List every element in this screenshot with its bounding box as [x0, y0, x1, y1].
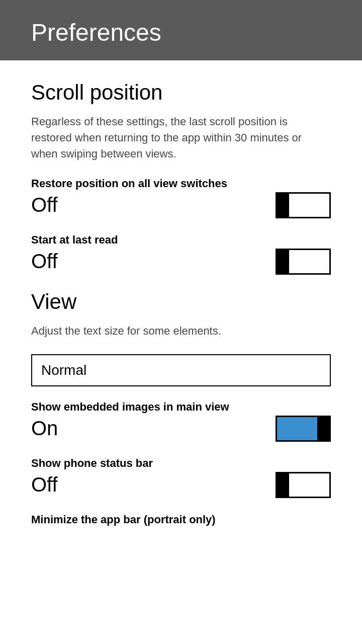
show-status-bar-row: Off	[31, 472, 331, 498]
start-at-last-read-toggle-thumb	[277, 250, 289, 273]
scroll-section-title: Scroll position	[31, 80, 331, 105]
scroll-section-desc: Regarless of these settings, the last sc…	[31, 114, 331, 162]
show-images-group: Show embedded images in main view On	[31, 400, 331, 442]
start-at-last-read-row: Off	[31, 249, 331, 275]
view-section-title: View	[31, 290, 331, 314]
show-status-bar-toggle[interactable]	[276, 472, 331, 498]
start-at-last-read-value: Off	[31, 250, 58, 273]
restore-position-row: Off	[31, 192, 331, 218]
minimize-app-bar-label: Minimize the app bar (portrait only)	[31, 513, 331, 526]
minimize-app-bar-group: Minimize the app bar (portrait only)	[31, 513, 331, 526]
restore-position-toggle[interactable]	[276, 192, 331, 218]
show-status-bar-value: Off	[31, 473, 58, 496]
restore-position-value: Off	[31, 194, 58, 216]
show-images-toggle-thumb	[317, 417, 329, 440]
view-section-desc: Adjust the text size for some elements.	[31, 323, 331, 339]
start-at-last-read-group: Start at last read Off	[31, 233, 331, 275]
text-size-value: Normal	[41, 362, 86, 378]
show-status-bar-label: Show phone status bar	[31, 457, 331, 470]
view-section: View Adjust the text size for some eleme…	[31, 290, 331, 526]
header: Preferences	[0, 0, 362, 60]
restore-position-toggle-track	[276, 192, 331, 218]
page-title: Preferences	[31, 20, 161, 46]
show-status-bar-toggle-thumb	[277, 473, 289, 497]
start-at-last-read-toggle[interactable]	[276, 249, 331, 275]
show-status-bar-toggle-track	[276, 472, 331, 498]
show-images-row: On	[31, 416, 331, 442]
restore-position-label: Restore position on all view switches	[31, 177, 331, 190]
show-status-bar-group: Show phone status bar Off	[31, 457, 331, 498]
show-images-toggle-track	[276, 416, 331, 442]
start-at-last-read-toggle-track	[276, 249, 331, 275]
scroll-position-section: Scroll position Regarless of these setti…	[31, 80, 331, 275]
text-size-dropdown[interactable]: Normal	[31, 354, 331, 386]
restore-position-group: Restore position on all view switches Of…	[31, 177, 331, 218]
show-images-label: Show embedded images in main view	[31, 400, 331, 414]
show-images-toggle[interactable]	[276, 416, 331, 442]
content: Scroll position Regarless of these setti…	[0, 60, 362, 561]
start-at-last-read-label: Start at last read	[31, 233, 331, 247]
restore-position-toggle-thumb	[277, 194, 289, 217]
show-images-value: On	[31, 417, 58, 440]
